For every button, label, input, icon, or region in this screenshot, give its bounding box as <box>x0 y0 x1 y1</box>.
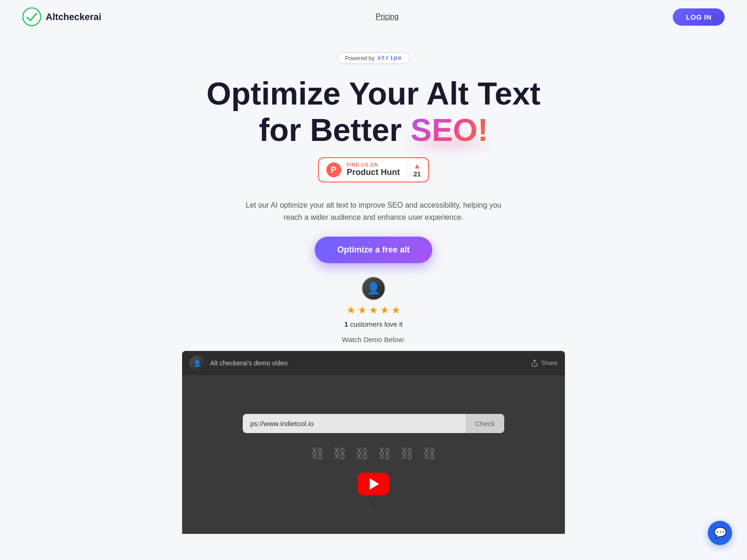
cursor-icon: ↖ <box>368 496 379 511</box>
loading-icons-row: ⛓ ⛓ ⛓ ⛓ ⛓ ⛓ <box>311 446 436 462</box>
hero-section: Powered by stripe Optimize Your Alt Text… <box>0 34 747 534</box>
url-input-row: Check <box>243 414 504 433</box>
stripe-label: stripe <box>377 55 402 62</box>
star-3: ★ <box>369 304 378 316</box>
nav-center: Pricing <box>376 13 399 21</box>
youtube-play-button[interactable] <box>358 473 389 495</box>
watch-demo-label: Watch Demo Below: <box>342 336 405 343</box>
powered-by-text: Powered by <box>345 55 374 62</box>
video-body: Check ⛓ ⛓ ⛓ ⛓ ⛓ ⛓ ↖ <box>182 375 565 534</box>
ph-upvote-icon: ▲ <box>414 162 421 170</box>
navbar: Altcheckerai Pricing LOG IN <box>0 0 747 34</box>
logo-area: Altcheckerai <box>22 7 101 26</box>
hero-title-line1: Optimize Your Alt Text <box>206 76 540 111</box>
customers-count: 1 <box>344 320 348 328</box>
hero-subtitle: Let our AI optimize your alt text to imp… <box>238 199 509 223</box>
ph-votes-area: ▲ 21 <box>408 162 421 178</box>
ph-text-area: FIND US ON Product Hunt <box>347 162 400 177</box>
play-triangle-icon <box>370 478 379 490</box>
ph-find-text: FIND US ON <box>347 162 379 168</box>
link-icon-3: ⛓ <box>356 446 369 462</box>
share-button[interactable]: Share <box>531 359 557 367</box>
ph-product-text: Product Hunt <box>347 168 400 177</box>
star-5: ★ <box>391 304 401 316</box>
video-header-left: 👤 Alt checkerai's demo video <box>190 356 288 371</box>
star-2: ★ <box>358 304 367 316</box>
chat-support-button[interactable]: 💬 <box>708 521 732 545</box>
ph-vote-count: 21 <box>414 170 421 178</box>
hero-title-line2-prefix: for Better <box>259 112 410 147</box>
check-button[interactable]: Check <box>465 414 504 433</box>
star-1: ★ <box>346 304 356 316</box>
link-icon-6: ⛓ <box>423 446 436 462</box>
powered-badge: Powered by stripe <box>337 52 410 64</box>
star-4: ★ <box>380 304 389 316</box>
social-proof: 👤 ★ ★ ★ ★ ★ 1 customers love it <box>344 276 402 328</box>
star-rating: ★ ★ ★ ★ ★ <box>346 304 401 316</box>
cta-button[interactable]: Optimize a free alt <box>315 237 432 263</box>
hero-title: Optimize Your Alt Text for Better SEO! <box>206 75 540 148</box>
pricing-link[interactable]: Pricing <box>376 13 399 21</box>
video-header: 👤 Alt checkerai's demo video Share <box>182 351 565 375</box>
customer-avatar: 👤 <box>361 276 386 301</box>
link-icon-1: ⛓ <box>311 446 324 462</box>
logo-icon <box>22 7 41 26</box>
link-icon-2: ⛓ <box>333 446 346 462</box>
video-title: Alt checkerai's demo video <box>210 359 288 367</box>
chat-icon: 💬 <box>714 527 726 539</box>
link-icon-5: ⛓ <box>401 446 414 462</box>
customers-label: customers love it <box>348 320 403 328</box>
login-button[interactable]: LOG IN <box>673 8 725 26</box>
product-hunt-badge[interactable]: P FIND US ON Product Hunt ▲ 21 <box>318 157 430 182</box>
video-channel-avatar: 👤 <box>190 356 204 371</box>
hero-title-seo: SEO! <box>410 112 488 148</box>
video-container: 👤 Alt checkerai's demo video Share Check… <box>182 351 565 534</box>
customers-text: 1 customers love it <box>344 320 402 328</box>
share-label: Share <box>541 359 557 366</box>
link-icon-4: ⛓ <box>378 446 391 462</box>
ph-logo-icon: P <box>326 162 341 177</box>
svg-point-0 <box>23 8 41 26</box>
url-input[interactable] <box>243 414 465 433</box>
logo-text: Altcheckerai <box>46 12 101 22</box>
